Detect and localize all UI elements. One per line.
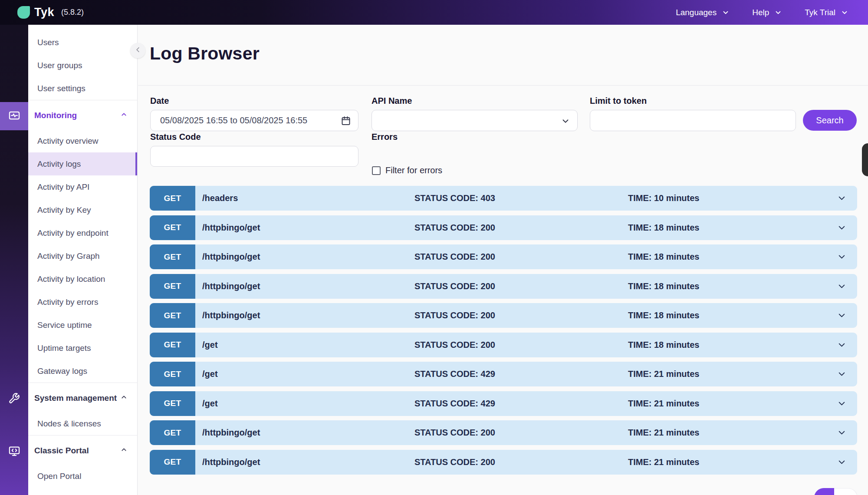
log-row[interactable]: GET /get STATUS CODE: 429 TIME: 21 minut… [150, 391, 857, 416]
calendar-icon[interactable] [341, 116, 351, 128]
method-badge: GET [150, 215, 195, 240]
chevron-down-icon[interactable] [837, 340, 847, 352]
system-items: Nodes & licenses [28, 412, 137, 435]
chevron-up-icon [120, 393, 128, 403]
chevron-down-icon[interactable] [837, 193, 847, 205]
chevron-down-icon [841, 9, 848, 16]
rail-item-portal[interactable] [0, 445, 28, 459]
log-path: /httpbingo/get [202, 244, 260, 269]
log-path: /headers [202, 186, 238, 211]
log-row[interactable]: GET /httpbingo/get STATUS CODE: 200 TIME… [150, 274, 857, 299]
sidebar-item-activity-by-endpoint[interactable]: Activity by endpoint [28, 221, 137, 244]
sidebar-section-classic-portal[interactable]: Classic Portal [28, 439, 137, 462]
sidebar-item-uptime-targets[interactable]: Uptime targets [28, 337, 137, 360]
pagination[interactable] [814, 488, 858, 495]
log-status: STATUS CODE: 200 [414, 215, 495, 240]
system-header-label: System management [34, 393, 117, 403]
chevron-down-icon[interactable] [837, 310, 847, 322]
portal-items: Open Portal [28, 465, 137, 488]
help-label: Help [752, 8, 769, 17]
chevron-up-icon [120, 446, 128, 455]
log-path: /httpbingo/get [202, 420, 260, 445]
search-button[interactable]: Search [803, 110, 857, 131]
log-path: /httpbingo/get [202, 303, 260, 328]
log-status: STATUS CODE: 200 [414, 420, 495, 445]
languages-label: Languages [676, 8, 717, 17]
help-menu[interactable]: Help [752, 8, 782, 17]
sidebar-item-gateway-logs[interactable]: Gateway logs [28, 360, 137, 383]
sidebar-collapse-button[interactable] [130, 43, 145, 58]
languages-menu[interactable]: Languages [676, 8, 730, 17]
log-row[interactable]: GET /httpbingo/get STATUS CODE: 200 TIME… [150, 244, 857, 269]
sidebar-item-activity-by-api[interactable]: Activity by API [28, 175, 137, 198]
sidebar-item-activity-by-key[interactable]: Activity by Key [28, 198, 137, 221]
sidebar: Users User groups User settings Monitori… [28, 25, 138, 495]
chevron-down-icon [561, 116, 570, 128]
version-label: (5.8.2) [61, 8, 84, 17]
chevron-down-icon [722, 9, 730, 16]
rail-item-system-management[interactable] [0, 393, 28, 406]
sidebar-item-user-settings[interactable]: User settings [28, 77, 137, 100]
topbar-menus: Languages Help Tyk Trial [676, 8, 848, 17]
api-name-select[interactable] [372, 110, 578, 131]
log-path: /get [202, 362, 218, 386]
chevron-down-icon[interactable] [837, 223, 847, 234]
sidebar-section-monitoring[interactable]: Monitoring [28, 104, 137, 127]
log-row[interactable]: GET /httpbingo/get STATUS CODE: 200 TIME… [150, 215, 857, 240]
sidebar-item-activity-logs[interactable]: Activity logs [28, 152, 137, 175]
sidebar-item-user-groups[interactable]: User groups [28, 54, 137, 77]
date-range-field[interactable] [150, 110, 358, 131]
wrench-icon [8, 393, 20, 406]
account-menu[interactable]: Tyk Trial [805, 8, 848, 17]
header-divider [138, 85, 868, 86]
tyk-logo[interactable]: Tyk (5.8.2) [17, 6, 84, 19]
chevron-down-icon[interactable] [837, 369, 847, 381]
log-row[interactable]: GET /httpbingo/get STATUS CODE: 200 TIME… [150, 420, 857, 445]
chevron-down-icon[interactable] [837, 252, 847, 264]
log-status: STATUS CODE: 429 [414, 362, 495, 386]
icon-rail [0, 25, 28, 495]
log-path: /httpbingo/get [202, 274, 260, 299]
rail-item-monitoring[interactable] [0, 102, 28, 130]
chevron-down-icon[interactable] [837, 281, 847, 293]
log-row[interactable]: GET /get STATUS CODE: 429 TIME: 21 minut… [150, 362, 857, 386]
api-name-label: API Name [372, 96, 412, 106]
date-range-input[interactable] [151, 116, 358, 125]
feedback-tab[interactable] [862, 143, 868, 176]
sidebar-item-service-uptime[interactable]: Service uptime [28, 314, 137, 337]
sidebar-item-activity-by-graph[interactable]: Activity by Graph [28, 244, 137, 267]
log-row[interactable]: GET /httpbingo/get STATUS CODE: 200 TIME… [150, 303, 857, 328]
pagination-active-page[interactable] [814, 488, 834, 495]
log-row[interactable]: GET /headers STATUS CODE: 403 TIME: 10 m… [150, 186, 857, 211]
limit-to-token-field[interactable] [590, 110, 796, 131]
sidebar-item-users[interactable]: Users [28, 31, 137, 54]
pagination-next-page[interactable] [834, 488, 858, 495]
method-badge: GET [150, 333, 195, 357]
chevron-down-icon[interactable] [837, 428, 847, 439]
sidebar-item-activity-by-errors[interactable]: Activity by errors [28, 290, 137, 314]
method-badge: GET [150, 420, 195, 445]
limit-to-token-input[interactable] [590, 116, 796, 125]
sidebar-item-open-portal[interactable]: Open Portal [28, 465, 137, 488]
log-row[interactable]: GET /get STATUS CODE: 200 TIME: 18 minut… [150, 333, 857, 357]
chevron-down-icon [774, 9, 782, 16]
sidebar-item-activity-overview[interactable]: Activity overview [28, 129, 137, 152]
log-status: STATUS CODE: 200 [414, 274, 495, 299]
status-code-input[interactable] [151, 152, 358, 162]
errors-label: Errors [372, 132, 398, 142]
sidebar-item-activity-by-location[interactable]: Activity by location [28, 267, 137, 290]
method-badge: GET [150, 391, 195, 416]
sidebar-item-nodes-licenses[interactable]: Nodes & licenses [28, 412, 137, 435]
status-code-field[interactable] [150, 146, 358, 167]
filter-for-errors-checkbox[interactable] [372, 166, 381, 175]
chevron-down-icon[interactable] [837, 399, 847, 410]
log-path: /httpbingo/get [202, 215, 260, 240]
method-badge: GET [150, 303, 195, 328]
log-row[interactable]: GET /httpbingo/get STATUS CODE: 200 TIME… [150, 450, 857, 475]
sidebar-section-system-management[interactable]: System management [28, 386, 137, 409]
chevron-down-icon[interactable] [837, 457, 847, 469]
page-title: Log Browser [150, 43, 260, 64]
limit-to-token-label: Limit to token [590, 96, 647, 106]
main-content: Log Browser Date API Name Limit to token… [138, 25, 868, 495]
chevron-left-icon [134, 46, 142, 56]
